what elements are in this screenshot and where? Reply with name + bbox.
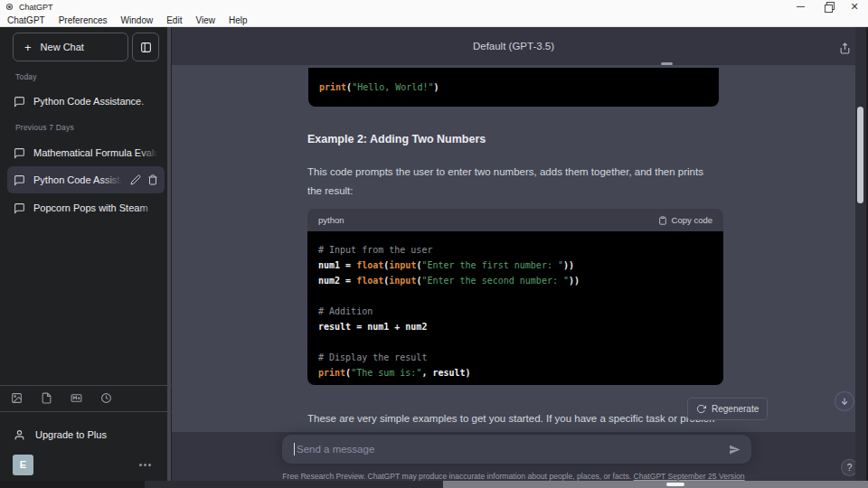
sidebar-divider (0, 385, 172, 386)
sync-icon (100, 392, 112, 404)
footer-disclaimer: Free Research Preview. ChatGPT may produ… (172, 472, 855, 481)
user-icon (14, 429, 25, 441)
code-block-body: # Input from the usernum1 = float(input(… (307, 231, 723, 385)
example-heading: Example 2: Adding Two Numbers (307, 133, 486, 145)
scroll-to-bottom-button[interactable] (835, 391, 854, 411)
chat-title: Popcorn Pops with Steam (33, 202, 148, 213)
close-button[interactable]: ✕ (841, 0, 868, 14)
window-controls: ✕ (787, 0, 868, 14)
minimize-button[interactable] (787, 0, 814, 14)
pdf-icon (41, 392, 52, 404)
export-markdown-button[interactable] (69, 390, 84, 406)
avatar[interactable]: E (13, 455, 33, 475)
bottom-edge-mid (145, 481, 443, 488)
example-description: This code prompts the user to enter two … (307, 163, 716, 201)
titlebar: ChatGPT ✕ (0, 0, 868, 14)
menu-edit[interactable]: Edit (166, 15, 182, 25)
edit-icon[interactable] (130, 174, 141, 185)
share-icon (839, 42, 851, 55)
image-icon (11, 392, 23, 404)
upgrade-label: Upgrade to Plus (35, 429, 107, 440)
section-label-previous-7-days: Previous 7 Days (15, 123, 74, 132)
sidebar-item-popcorn-pops[interactable]: Popcorn Pops with Steam (7, 194, 165, 221)
sidebar: + New Chat Today Python Code Assistance.… (0, 27, 172, 481)
user-menu-dots-icon[interactable] (144, 464, 146, 466)
sidebar-scrollbar[interactable] (167, 27, 171, 481)
message-composer (282, 435, 751, 464)
share-button[interactable] (835, 38, 854, 58)
markdown-icon (71, 392, 82, 404)
sidebar-item-python-code-assistance-selected[interactable]: Python Code Assistance (7, 166, 165, 193)
export-image-button[interactable] (9, 390, 24, 406)
menu-preferences[interactable]: Preferences (59, 15, 108, 25)
export-pdf-button[interactable] (39, 390, 54, 406)
new-chat-label: New Chat (41, 42, 84, 52)
chat-bubble-icon (14, 202, 25, 214)
chat-bubble-icon (14, 147, 25, 159)
window-title: ChatGPT (19, 3, 53, 12)
bottom-edge-dark (0, 481, 145, 488)
regenerate-label: Regenerate (712, 404, 759, 414)
close-icon: ✕ (850, 2, 858, 12)
sync-button[interactable] (99, 390, 114, 406)
regenerate-icon (696, 404, 706, 414)
new-chat-button[interactable]: + New Chat (13, 33, 128, 61)
text-caret (294, 443, 295, 455)
main-scrollbar-thumb[interactable] (857, 107, 863, 203)
question-mark-icon: ? (847, 463, 853, 473)
closing-paragraph: These are very simple examples to get yo… (307, 413, 716, 427)
bottom-edge-light (443, 481, 868, 488)
plus-icon: + (24, 42, 32, 53)
menu-window[interactable]: Window (121, 15, 154, 25)
message-input[interactable] (282, 435, 751, 464)
code-block-partial: print("Hello, World!") (308, 68, 719, 107)
sidebar-toggle-button[interactable] (132, 33, 159, 61)
bottom-edge-notch (666, 483, 684, 486)
main-scrollbar-track (855, 27, 866, 481)
chat-item-actions (130, 174, 158, 185)
section-label-today: Today (15, 72, 37, 81)
chat-title: Python Code Assistance. (33, 96, 144, 107)
menu-view[interactable]: View (195, 15, 215, 25)
minimize-icon (797, 6, 805, 8)
model-label: Default (GPT-3.5) (172, 41, 855, 52)
regenerate-button[interactable]: Regenerate (687, 398, 768, 420)
chat-bubble-icon (14, 174, 25, 186)
restore-icon (825, 5, 831, 11)
send-button[interactable] (728, 443, 741, 456)
disclaimer-text: Free Research Preview. ChatGPT may produ… (282, 472, 631, 481)
chat-title: Mathematical Formula Evaluati (33, 147, 158, 158)
version-link[interactable]: ChatGPT September 25 Version (634, 472, 745, 481)
code-language-label: python (318, 215, 344, 225)
delete-icon[interactable] (147, 174, 158, 185)
copy-code-label: Copy code (672, 215, 712, 225)
upgrade-to-plus-button[interactable]: Upgrade to Plus (7, 421, 165, 448)
chat-bubble-icon (14, 96, 25, 108)
sidebar-panel-icon (140, 42, 152, 53)
chatgpt-window: ChatGPT ✕ ChatGPT Preferences Window Edi… (0, 0, 868, 488)
sidebar-item-mathematical-formula[interactable]: Mathematical Formula Evaluati (7, 139, 165, 166)
sidebar-item-python-code-assistance[interactable]: Python Code Assistance. (7, 88, 165, 115)
menu-help[interactable]: Help (229, 15, 248, 25)
bottom-edge (0, 481, 868, 488)
send-icon (729, 444, 741, 455)
cutoff-copy-icon (661, 62, 673, 65)
code-block-header: python Copy code (307, 209, 723, 231)
copy-code-button[interactable]: Copy code (658, 215, 712, 226)
menu-chatgpt[interactable]: ChatGPT (7, 15, 45, 25)
menubar: ChatGPT Preferences Window Edit View Hel… (0, 14, 868, 27)
sidebar-divider (0, 411, 172, 412)
export-toolbar (9, 390, 114, 406)
app-icon (5, 3, 14, 11)
chat-title: Python Code Assistance (33, 174, 122, 185)
arrow-down-icon (840, 397, 849, 406)
clipboard-icon (658, 215, 667, 226)
restore-button[interactable] (814, 0, 841, 14)
user-row: E (13, 454, 159, 475)
